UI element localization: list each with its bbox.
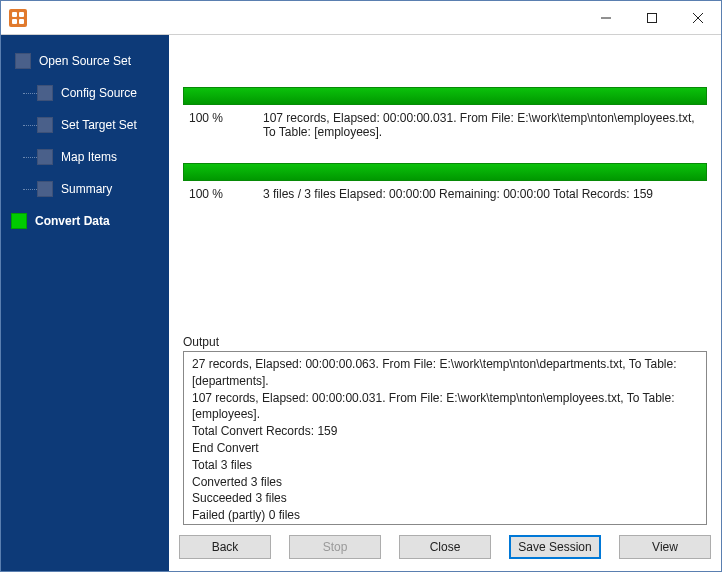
main-panel: 100 % 107 records, Elapsed: 00:00:00.031… — [169, 35, 721, 571]
step-icon-active — [11, 213, 27, 229]
output-line: Total 3 files — [192, 457, 698, 474]
output-line: Succeeded 3 files — [192, 490, 698, 507]
output-line: Converted 3 files — [192, 474, 698, 491]
step-label: Config Source — [61, 86, 137, 100]
close-button[interactable]: Close — [399, 535, 491, 559]
step-icon — [37, 149, 53, 165]
file-progress-info: 100 % 107 records, Elapsed: 00:00:00.031… — [183, 111, 707, 139]
view-button[interactable]: View — [619, 535, 711, 559]
close-window-button[interactable] — [675, 1, 721, 34]
back-button[interactable]: Back — [179, 535, 271, 559]
step-icon — [37, 85, 53, 101]
title-bar — [1, 1, 721, 35]
content-area: 100 % 107 records, Elapsed: 00:00:00.031… — [169, 35, 721, 525]
app-icon — [9, 9, 27, 27]
total-progress-text: 3 files / 3 files Elapsed: 00:00:00 Rema… — [263, 187, 707, 201]
step-icon — [37, 181, 53, 197]
window-controls — [583, 1, 721, 34]
step-label: Convert Data — [35, 214, 110, 228]
output-line: End Convert — [192, 440, 698, 457]
minimize-button[interactable] — [583, 1, 629, 34]
body: Open Source Set Config Source Set Target… — [1, 35, 721, 571]
step-label: Summary — [61, 182, 112, 196]
save-session-button[interactable]: Save Session — [509, 535, 601, 559]
output-line: 107 records, Elapsed: 00:00:00.031. From… — [192, 390, 698, 424]
file-progress-bar — [183, 87, 707, 105]
sidebar-item-set-target-set[interactable]: Set Target Set — [1, 109, 169, 141]
title-bar-left — [1, 9, 27, 27]
output-line: 27 records, Elapsed: 00:00:00.063. From … — [192, 356, 698, 390]
output-textarea[interactable]: 27 records, Elapsed: 00:00:00.063. From … — [183, 351, 707, 525]
total-progress-bar — [183, 163, 707, 181]
stop-button: Stop — [289, 535, 381, 559]
total-progress-block: 100 % 3 files / 3 files Elapsed: 00:00:0… — [183, 163, 707, 201]
step-icon — [15, 53, 31, 69]
sidebar-item-config-source[interactable]: Config Source — [1, 77, 169, 109]
sidebar-item-open-source-set[interactable]: Open Source Set — [1, 45, 169, 77]
output-label: Output — [183, 335, 707, 349]
wizard-sidebar: Open Source Set Config Source Set Target… — [1, 35, 169, 571]
maximize-button[interactable] — [629, 1, 675, 34]
output-line: Failed (partly) 0 files — [192, 507, 698, 524]
output-line: Total Convert Records: 159 — [192, 423, 698, 440]
total-progress-info: 100 % 3 files / 3 files Elapsed: 00:00:0… — [183, 187, 707, 201]
step-label: Set Target Set — [61, 118, 137, 132]
step-label: Map Items — [61, 150, 117, 164]
file-progress-block: 100 % 107 records, Elapsed: 00:00:00.031… — [183, 87, 707, 139]
file-progress-percent: 100 % — [183, 111, 263, 139]
step-label: Open Source Set — [39, 54, 131, 68]
total-progress-percent: 100 % — [183, 187, 263, 201]
sidebar-item-map-items[interactable]: Map Items — [1, 141, 169, 173]
button-row: Back Stop Close Save Session View — [169, 525, 721, 561]
file-progress-text: 107 records, Elapsed: 00:00:00.031. From… — [263, 111, 707, 139]
step-icon — [37, 117, 53, 133]
svg-rect-1 — [648, 13, 657, 22]
sidebar-item-summary[interactable]: Summary — [1, 173, 169, 205]
app-window: Open Source Set Config Source Set Target… — [0, 0, 722, 572]
output-section: Output 27 records, Elapsed: 00:00:00.063… — [183, 335, 707, 525]
sidebar-item-convert-data[interactable]: Convert Data — [1, 205, 169, 237]
